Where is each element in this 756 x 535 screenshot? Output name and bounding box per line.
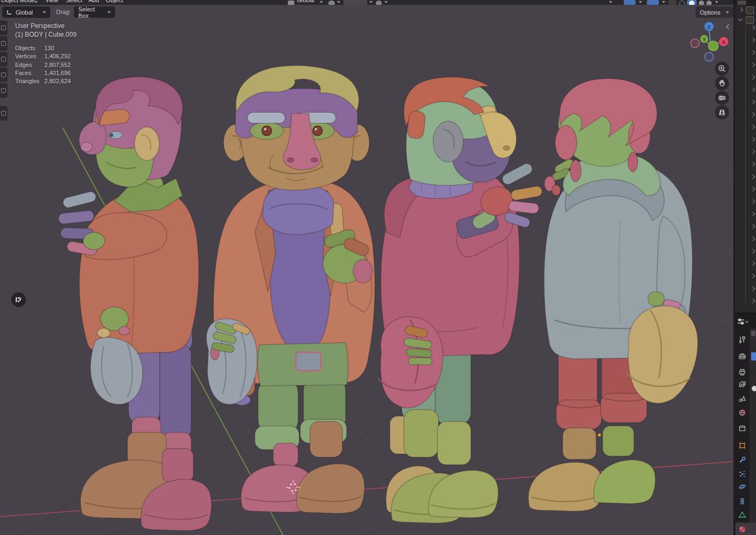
viewport-3d[interactable] — [0, 0, 756, 535]
show-gizmo-toggle[interactable] — [624, 0, 636, 5]
xray-toggle[interactable] — [669, 0, 676, 5]
select-mode-dropdown[interactable]: Select Box — [74, 6, 115, 18]
outliner-row-chevron[interactable] — [751, 25, 755, 30]
transform-orientation-dropdown[interactable]: Global — [2, 6, 50, 18]
tab-tool[interactable] — [735, 333, 749, 346]
tab-object[interactable] — [735, 439, 749, 452]
stat-faces: Faces 1,401,696 — [15, 69, 77, 77]
menu-add[interactable]: Add — [89, 0, 99, 3]
outliner-row-chevron[interactable] — [751, 224, 755, 229]
outliner-row-chevron[interactable] — [751, 162, 755, 166]
outliner-row-chevron[interactable] — [751, 88, 755, 92]
tab-object-data[interactable] — [735, 508, 749, 521]
outliner-row-chevron[interactable] — [751, 150, 755, 154]
top-menubar: Object Mode View Select Add Object Globa… — [0, 0, 733, 5]
tab-collection[interactable] — [735, 422, 749, 434]
menu-object[interactable]: Object — [106, 0, 123, 3]
gizmo-neg-x-ball[interactable] — [691, 39, 699, 48]
collection-item-icon[interactable] — [746, 16, 754, 24]
select-mode-caret-icon — [107, 11, 111, 14]
outliner-panel-sliver[interactable] — [735, 0, 756, 312]
pivot-point-icon[interactable] — [328, 1, 335, 5]
outliner-row-chevron[interactable] — [751, 125, 755, 129]
shading-solid-button[interactable] — [689, 1, 694, 5]
texture-overlay-button[interactable] — [11, 292, 26, 307]
outliner-collapse-icon[interactable] — [739, 8, 743, 12]
mode-selector[interactable]: Object Mode — [1, 0, 35, 3]
zoom-button[interactable] — [715, 62, 729, 76]
outliner-row-chevron[interactable] — [751, 274, 755, 278]
outliner-row-chevron[interactable] — [751, 100, 755, 104]
options-button[interactable]: Options — [696, 6, 733, 18]
shading-wireframe-button[interactable] — [679, 1, 685, 5]
outliner-row-chevron[interactable] — [751, 137, 755, 142]
orientation-axes-icon — [6, 9, 12, 15]
shading-rendered-button[interactable] — [706, 1, 712, 5]
zoom-icon — [718, 64, 726, 73]
outliner-row-chevron[interactable] — [751, 50, 755, 55]
options-caret-icon — [726, 11, 729, 14]
show-overlays-toggle[interactable] — [647, 0, 659, 5]
outliner-row-chevron[interactable] — [751, 212, 755, 216]
character-model-2[interactable] — [206, 65, 375, 513]
editor-divider[interactable] — [735, 312, 756, 315]
gizmo-neg-y-ball[interactable] — [708, 41, 718, 51]
character-model-4[interactable] — [528, 78, 698, 511]
outliner-row-chevron[interactable] — [751, 187, 755, 191]
outliner-header — [735, 0, 756, 5]
outliner-row-chevron[interactable] — [751, 112, 755, 117]
character-model-3[interactable] — [378, 77, 543, 523]
tool-cursor-button[interactable] — [0, 36, 8, 51]
outliner-row-chevron[interactable] — [751, 199, 755, 204]
proportional-edit-icon[interactable] — [376, 1, 382, 5]
outliner-row-chevron[interactable] — [751, 63, 755, 67]
gizmo-neg-z-ball[interactable] — [705, 52, 713, 61]
properties-panel-sliver[interactable] — [735, 315, 756, 535]
tool-rotate-button[interactable] — [0, 68, 8, 82]
tab-physics[interactable] — [735, 480, 749, 493]
tab-output[interactable] — [735, 365, 749, 378]
menu-view[interactable]: View — [45, 0, 58, 3]
outliner-row-chevron[interactable] — [751, 237, 755, 241]
tab-world[interactable] — [735, 406, 749, 419]
outliner-row-chevron[interactable] — [751, 38, 755, 42]
tool-transform-button[interactable] — [0, 83, 8, 98]
snap-caret-icon — [369, 1, 373, 3]
tab-modifiers[interactable] — [735, 453, 749, 466]
pan-button[interactable] — [715, 76, 729, 90]
character-model-1[interactable] — [58, 77, 211, 531]
properties-editor-icon[interactable] — [737, 317, 748, 326]
outliner-row-chevron[interactable] — [751, 262, 755, 266]
orthographic-toggle-button[interactable] — [715, 105, 729, 119]
outliner-row-chevron[interactable] — [751, 75, 755, 79]
collection-item-icon[interactable] — [746, 6, 754, 14]
hand-icon — [718, 79, 726, 88]
outliner-row-chevron[interactable] — [751, 286, 755, 291]
outliner-row-chevron[interactable] — [751, 175, 755, 179]
outliner-editor-icon[interactable] — [737, 1, 746, 5]
tab-view-layer[interactable] — [735, 377, 749, 390]
outliner-expand-icon[interactable] — [738, 17, 742, 21]
outliner-row-chevron[interactable] — [751, 249, 755, 253]
tab-scene[interactable] — [735, 392, 749, 405]
orientation-caret-icon — [43, 11, 46, 14]
menu-select[interactable]: Select — [66, 0, 83, 3]
orientation-caret-icon — [320, 1, 323, 3]
tab-particles[interactable] — [735, 467, 749, 480]
orientation-icon[interactable] — [288, 1, 294, 5]
tool-select-button[interactable] — [0, 21, 8, 35]
shading-material-button[interactable] — [699, 1, 704, 5]
panel-fragment-blue — [751, 352, 756, 360]
tab-constraints[interactable] — [735, 494, 749, 507]
snap-toggle-group[interactable] — [343, 0, 367, 5]
header-orientation[interactable]: Global — [297, 0, 314, 3]
select-mode-value: Select Box — [78, 6, 104, 19]
tool-move-button[interactable] — [0, 52, 8, 66]
grid-icon — [718, 108, 726, 117]
tab-render[interactable] — [735, 350, 749, 363]
camera-view-button[interactable] — [715, 91, 729, 105]
tab-material-active[interactable] — [735, 523, 756, 535]
tool-annotate-button[interactable] — [0, 106, 8, 121]
stat-objects: Objects 130 — [15, 44, 77, 52]
outliner-row-chevron[interactable] — [751, 299, 755, 303]
